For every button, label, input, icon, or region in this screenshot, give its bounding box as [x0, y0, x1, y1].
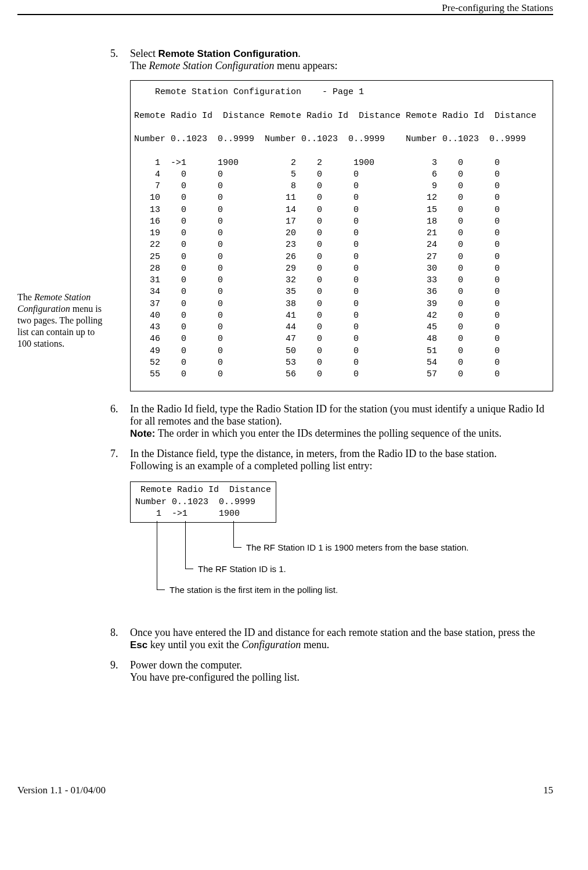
- leader-elbow: [157, 589, 165, 590]
- terminal-row: 43 0 0 44 0 0 45 0 0: [134, 322, 500, 332]
- page-footer: Version 1.1 - 01/04/00 15: [0, 785, 588, 796]
- content-column: 5. Select Remote Station Configuration. …: [110, 48, 553, 684]
- leader-line: [233, 521, 234, 547]
- terminal-row: 13 0 0 14 0 0 15 0 0: [134, 205, 500, 215]
- step-6-p1: In the Radio Id field, type the Radio St…: [130, 403, 544, 427]
- example-diagram: Remote Radio Id Distance Number 0..1023 …: [130, 481, 553, 603]
- terminal-row: 28 0 0 29 0 0 30 0 0: [134, 264, 500, 274]
- instruction-list: 5. Select Remote Station Configuration. …: [110, 48, 553, 72]
- example-l1: Remote Radio Id Distance: [135, 485, 271, 495]
- step-number: 7.: [110, 448, 130, 472]
- step-8-text: Once you have entered the ID and distanc…: [130, 627, 553, 651]
- step-number: 5.: [110, 48, 130, 72]
- step-7: 7. In the Distance field, type the dista…: [110, 448, 553, 472]
- terminal-row: 4 0 0 5 0 0 6 0 0: [134, 170, 500, 179]
- header-right-text: Pre-configuring the Stations: [442, 2, 553, 14]
- terminal-row: 7 0 0 8 0 0 9 0 0: [134, 181, 500, 191]
- step-5: 5. Select Remote Station Configuration. …: [110, 48, 553, 72]
- step-5-line2a: The: [130, 60, 149, 71]
- footer-version: Version 1.1 - 01/04/00: [17, 785, 106, 796]
- step-5-tail: .: [298, 48, 301, 59]
- step-7-p2: Following is an example of a completed p…: [130, 460, 372, 472]
- step-6-note-text: The order in which you enter the IDs det…: [155, 427, 502, 439]
- step-9: 9. Power down the computer. You have pre…: [110, 659, 553, 684]
- leader-line: [157, 521, 157, 589]
- terminal-row: 37 0 0 38 0 0 39 0 0: [134, 299, 500, 309]
- terminal-row: 1 ->1 1900 2 2 1900 3 0 0: [134, 158, 500, 168]
- step-8-p1d: Configuration: [241, 639, 301, 650]
- step-6-text: In the Radio Id field, type the Radio St…: [130, 403, 553, 440]
- terminal-hdr2: Number 0..1023 0..9999 Number 0..1023 0.…: [134, 134, 526, 144]
- margin-note: The Remote Station Configuration menu is…: [17, 292, 107, 350]
- terminal-row: 49 0 0 50 0 0 51 0 0: [134, 346, 500, 356]
- instruction-list-cont: 6. In the Radio Id field, type the Radio…: [110, 403, 553, 472]
- step-5-line2b: menu appears:: [274, 60, 337, 71]
- step-5-text: Select Remote Station Configuration. The…: [130, 48, 553, 72]
- example-l3: 1 ->1 1900: [135, 509, 240, 519]
- step-8-p1b: Esc: [130, 639, 147, 650]
- leader-elbow: [185, 569, 193, 569]
- step-number: 9.: [110, 659, 130, 684]
- step-8-p1e: menu.: [301, 639, 329, 650]
- example-l2: Number 0..1023 0..9999: [135, 497, 255, 507]
- callout-distance: The RF Station ID 1 is 1900 meters from …: [246, 542, 469, 552]
- leader-elbow: [233, 547, 241, 548]
- margin-note-t1: The: [17, 292, 34, 302]
- page: Pre-configuring the Stations 5. Select R…: [0, 0, 588, 715]
- step-5-lead: Select: [130, 48, 158, 59]
- terminal-output: Remote Station Configuration - Page 1 Re…: [130, 80, 553, 391]
- terminal-row: 25 0 0 26 0 0 27 0 0: [134, 252, 500, 262]
- terminal-row: 34 0 0 35 0 0 36 0 0: [134, 287, 500, 297]
- step-9-p2: You have pre-configured the polling list…: [130, 671, 300, 683]
- terminal-row: 46 0 0 47 0 0 48 0 0: [134, 334, 500, 344]
- callout-station-id: The RF Station ID is 1.: [198, 564, 286, 574]
- step-7-p1: In the Distance field, type the distance…: [130, 448, 497, 459]
- terminal-row: 10 0 0 11 0 0 12 0 0: [134, 193, 500, 203]
- example-terminal: Remote Radio Id Distance Number 0..1023 …: [130, 481, 276, 523]
- leader-line: [185, 521, 186, 569]
- terminal-row: 22 0 0 23 0 0 24 0 0: [134, 240, 500, 250]
- callout-polling-order: The station is the first item in the pol…: [169, 585, 338, 595]
- terminal-row: 16 0 0 17 0 0 18 0 0: [134, 217, 500, 227]
- terminal-row: 31 0 0 32 0 0 33 0 0: [134, 275, 500, 285]
- terminal-row: 40 0 0 41 0 0 42 0 0: [134, 311, 500, 321]
- step-8-p1a: Once you have entered the ID and distanc…: [130, 627, 535, 638]
- step-9-p1: Power down the computer.: [130, 659, 242, 671]
- step-5-line2i: Remote Station Configuration: [149, 60, 274, 71]
- step-number: 6.: [110, 403, 130, 440]
- terminal-hdr1: Remote Radio Id Distance Remote Radio Id…: [134, 111, 536, 121]
- step-6-note-label: Note:: [130, 428, 155, 439]
- step-8-p1c: key until you exit the: [147, 639, 241, 650]
- step-9-text: Power down the computer. You have pre-co…: [130, 659, 553, 684]
- header-rule: Pre-configuring the Stations: [17, 14, 553, 30]
- terminal-title: Remote Station Configuration - Page 1: [134, 87, 364, 97]
- terminal-row: 52 0 0 53 0 0 54 0 0: [134, 358, 500, 368]
- footer-page-number: 15: [543, 785, 553, 796]
- step-8: 8. Once you have entered the ID and dist…: [110, 627, 553, 651]
- step-7-text: In the Distance field, type the distance…: [130, 448, 553, 472]
- step-5-bold: Remote Station Configuration: [158, 48, 298, 59]
- instruction-list-cont2: 8. Once you have entered the ID and dist…: [110, 627, 553, 684]
- terminal-row: 55 0 0 56 0 0 57 0 0: [134, 369, 500, 379]
- step-6: 6. In the Radio Id field, type the Radio…: [110, 403, 553, 440]
- terminal-row: 19 0 0 20 0 0 21 0 0: [134, 228, 500, 238]
- step-number: 8.: [110, 627, 130, 651]
